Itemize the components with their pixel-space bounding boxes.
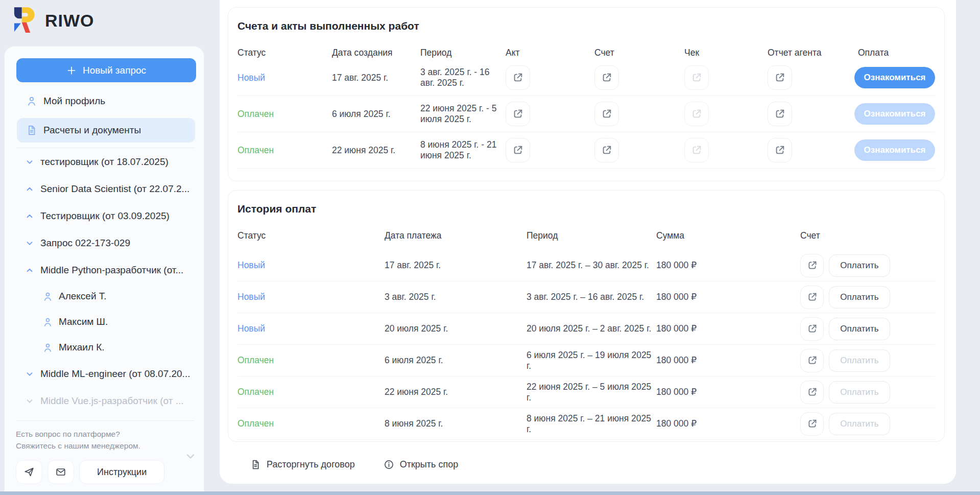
payment-date: 8 июня 2025 г. — [385, 418, 527, 429]
request-item-tester-1807[interactable]: тестировщик (от 18.07.2025) — [5, 148, 204, 175]
sidebar-item-documents[interactable]: Расчеты и документы — [17, 118, 195, 143]
pay-button: Оплатить — [829, 381, 890, 404]
invoice-link-button[interactable] — [800, 412, 824, 436]
contract-actions: Расторгнуть договор Открыть спор — [250, 459, 458, 470]
period: 8 июня 2025 г. – 21 июня 2025 г. — [527, 413, 656, 435]
external-link-icon — [774, 72, 785, 83]
created-date: 6 июля 2025 г. — [332, 109, 420, 120]
plus-icon — [66, 65, 77, 76]
pay-button[interactable]: Оплатить — [829, 318, 890, 340]
external-link-icon — [807, 387, 818, 397]
external-link-icon — [774, 108, 785, 120]
help-text-line2: Свяжитесь с нашим менеджером. — [16, 440, 195, 452]
act-link-button[interactable] — [506, 65, 530, 90]
user-icon — [42, 342, 53, 353]
invoices-table-header: Статус Дата создания Период Акт Счет Чек… — [237, 45, 935, 60]
status-badge: Оплачен — [237, 418, 385, 429]
invoice-link-button[interactable] — [800, 349, 824, 372]
request-item-tester-0309[interactable]: Тестировщик (от 03.09.2025) — [5, 202, 204, 229]
member-item-aleksey[interactable]: Алексей Т. — [5, 284, 204, 309]
request-item-middle-python[interactable]: Middle Python-разработчик (от... — [5, 256, 204, 284]
instructions-button[interactable]: Инструкции — [79, 460, 164, 484]
request-label: Middle ML-engineer (от 08.07.20... — [40, 368, 190, 380]
status-badge: Новый — [237, 292, 385, 302]
terminate-contract-link[interactable]: Расторгнуть договор — [250, 459, 355, 470]
member-item-maksim[interactable]: Максим Ш. — [5, 309, 204, 335]
bottom-bar — [0, 491, 980, 495]
created-date: 22 июня 2025 г. — [332, 145, 420, 156]
period: 8 июня 2025 г. - 21 июня 2025 г. — [420, 139, 506, 161]
invoice-link-button[interactable] — [800, 381, 824, 404]
col-payment-date: Дата платежа — [385, 230, 527, 241]
pay-button[interactable]: Оплатить — [829, 254, 890, 277]
terminate-contract-label: Расторгнуть договор — [267, 459, 355, 470]
period: 6 июля 2025 г. – 19 июля 2025 г. — [527, 350, 656, 371]
period: 3 авг. 2025 г. – 16 авг. 2025 г. — [527, 292, 656, 302]
review-button: Ознакомиться — [854, 139, 935, 161]
request-label: Middle Python-разработчик (от... — [40, 265, 183, 276]
payments-title: История оплат — [237, 203, 935, 215]
status-badge: Оплачен — [237, 145, 332, 156]
col-receipt: Чек — [684, 48, 768, 58]
act-link-button[interactable] — [506, 102, 530, 126]
request-label: Senior Data Scientist (от 22.07.2... — [40, 183, 189, 195]
amount: 180 000 ₽ — [656, 323, 795, 334]
sidebar-item-profile[interactable]: Мой профиль — [17, 90, 195, 112]
paper-plane-icon — [23, 466, 35, 478]
receipt-link-button — [684, 65, 709, 90]
sidebar-footer: Есть вопрос по платформе? Свяжитесь с на… — [16, 420, 195, 484]
external-link-icon — [807, 355, 818, 366]
payment-row: Оплачен 22 июня 2025 г. 22 июня 2025 г. … — [237, 376, 935, 408]
payment-row: Новый 20 июля 2025 г. 20 июля 2025 г. – … — [237, 313, 935, 345]
open-dispute-link[interactable]: Открыть спор — [384, 459, 458, 470]
agent-report-link-button[interactable] — [768, 102, 792, 126]
agent-report-link-button[interactable] — [768, 65, 792, 90]
invoices-card: Счета и акты выполненных работ Статус Да… — [228, 7, 945, 181]
pay-button[interactable]: Оплатить — [829, 286, 890, 309]
agent-report-link-button[interactable] — [768, 138, 792, 162]
invoice-link-button[interactable] — [594, 138, 619, 162]
payment-date: 20 июля 2025 г. — [385, 323, 527, 334]
invoice-link-button[interactable] — [800, 317, 824, 341]
payment-history-card: История оплат Статус Дата платежа Период… — [228, 190, 945, 442]
invoice-link-button[interactable] — [594, 65, 619, 90]
invoice-link-button[interactable] — [594, 102, 619, 126]
new-request-button[interactable]: Новый запрос — [16, 58, 196, 82]
external-link-icon — [807, 418, 818, 429]
member-name: Максим Ш. — [59, 316, 108, 327]
request-item-middle-vue[interactable]: Middle Vue.js-разработчик (от ... — [5, 387, 204, 414]
receipt-link-button — [684, 102, 709, 126]
act-link-button[interactable] — [506, 138, 530, 162]
pay-button: Оплатить — [829, 349, 890, 372]
open-dispute-label: Открыть спор — [400, 459, 458, 470]
invoices-title: Счета и акты выполненных работ — [237, 20, 935, 32]
external-link-icon — [512, 108, 523, 120]
amount: 180 000 ₽ — [656, 292, 795, 302]
review-button[interactable]: Ознакомиться — [854, 67, 935, 88]
status-badge: Оплачен — [237, 387, 385, 397]
request-item-middle-ml[interactable]: Middle ML-engineer (от 08.07.20... — [5, 360, 204, 387]
external-link-icon — [807, 292, 818, 302]
col-amount: Сумма — [656, 230, 795, 241]
document-icon — [26, 125, 37, 136]
member-item-mikhail[interactable]: Михаил К. — [5, 335, 204, 360]
telegram-button[interactable] — [16, 460, 42, 484]
status-badge: Новый — [237, 260, 385, 271]
period: 22 июня 2025 г. – 5 июля 2025 г. — [527, 382, 656, 403]
col-invoice: Счет — [594, 48, 684, 58]
envelope-icon — [55, 466, 66, 478]
payment-row: Оплачен 6 июля 2025 г. 6 июля 2025 г. – … — [237, 345, 935, 376]
help-text-line1: Есть вопрос по платформе? — [16, 428, 195, 440]
email-button[interactable] — [47, 460, 74, 484]
request-item-senior-data-scientist[interactable]: Senior Data Scientist (от 22.07.2... — [5, 175, 204, 202]
invoice-link-button[interactable] — [800, 286, 824, 309]
user-icon — [42, 317, 53, 327]
amount: 180 000 ₽ — [656, 418, 795, 429]
payment-date: 17 авг. 2025 г. — [385, 260, 527, 271]
col-agent-report: Отчет агента — [768, 48, 858, 58]
payment-date: 6 июля 2025 г. — [385, 355, 527, 366]
status-badge: Оплачен — [237, 109, 332, 120]
request-item-022-173-029[interactable]: Запрос 022-173-029 — [5, 229, 204, 256]
chevron-up-icon — [25, 184, 34, 194]
invoice-link-button[interactable] — [800, 254, 824, 277]
